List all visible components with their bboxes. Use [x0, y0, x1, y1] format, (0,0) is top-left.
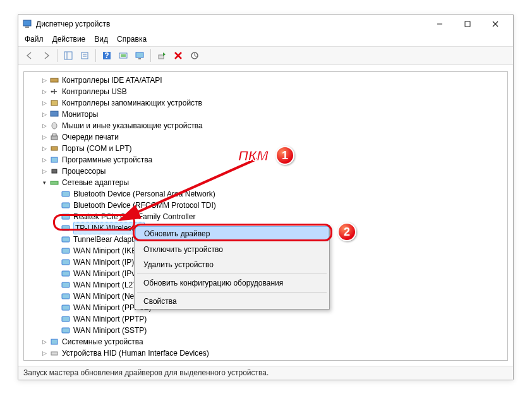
scan-button[interactable]	[116, 48, 131, 63]
maximize-button[interactable]	[454, 15, 481, 33]
ctx-properties[interactable]: Свойства	[135, 294, 329, 309]
svg-rect-21	[51, 78, 58, 82]
svg-rect-1	[25, 27, 29, 28]
category-label: Очереди печати	[62, 131, 119, 143]
category-storage[interactable]: ▷Контроллеры запоминающих устройств	[24, 97, 507, 109]
device-label: WAN Miniport (L2T	[73, 279, 138, 291]
device-label: WAN Miniport (SSTP)	[73, 325, 147, 336]
device-item[interactable]: WAN Miniport (PPTP)	[24, 313, 507, 325]
category-mice[interactable]: ▷Мыши и иные указывающие устройства	[24, 120, 507, 131]
svg-point-25	[52, 123, 57, 129]
category-label: Мыши и иные указывающие устройства	[62, 120, 203, 131]
category-label: Устройства HID (Human Interface Devices)	[62, 347, 209, 359]
category-label: Сетевые адаптеры	[62, 177, 129, 188]
category-monitors[interactable]: ▷Мониторы	[24, 109, 507, 120]
category-label: Мониторы	[62, 109, 98, 120]
svg-rect-42	[62, 305, 70, 310]
device-item[interactable]: Bluetooth Device (RFCOMM Protocol TDI)	[24, 200, 507, 211]
device-label: WAN Miniport (PPTP)	[73, 313, 147, 325]
svg-point-22	[51, 91, 53, 93]
context-menu: Обновить драйвер Отключить устройство Уд…	[134, 225, 330, 310]
svg-rect-26	[51, 136, 57, 140]
device-label: WAN Miniport (IPv	[73, 268, 135, 279]
svg-rect-37	[62, 248, 70, 253]
svg-rect-3	[465, 21, 470, 27]
svg-text:?: ?	[104, 51, 109, 60]
ctx-uninstall[interactable]: Удалить устройство	[135, 257, 329, 272]
minimize-button[interactable]	[426, 15, 454, 33]
app-icon	[22, 19, 32, 29]
help-button[interactable]: ?	[99, 48, 114, 63]
svg-rect-41	[62, 294, 70, 299]
annotation-pkm-label: ПКМ	[238, 148, 269, 164]
category-usb[interactable]: ▷Контроллеры USB	[24, 86, 507, 97]
category-ide[interactable]: ▷Контроллеры IDE ATA/ATAPI	[24, 75, 507, 86]
svg-rect-24	[51, 111, 58, 116]
ctx-scan[interactable]: Обновить конфигурацию оборудования	[135, 275, 329, 291]
separator	[137, 292, 327, 292]
status-text: Запуск мастера обновления драйверов для …	[23, 368, 269, 377]
svg-rect-16	[138, 58, 141, 59]
category-label: Системные устройства	[62, 336, 143, 347]
category-label: Контроллеры IDE ATA/ATAPI	[62, 75, 162, 86]
device-label: Bluetooth Device (RFCOMM Protocol TDI)	[73, 200, 216, 211]
category-hid[interactable]: ▷Устройства HID (Human Interface Devices…	[24, 347, 507, 359]
ctx-disable[interactable]: Отключить устройство	[135, 242, 329, 257]
category-cpu[interactable]: ▷Процессоры	[24, 166, 507, 177]
properties-button[interactable]	[77, 48, 92, 63]
svg-rect-46	[51, 352, 57, 355]
category-label: Процессоры	[62, 166, 106, 177]
device-label: WAN Miniport (Net	[73, 291, 136, 302]
device-label: WAN Miniport (IP)	[73, 256, 134, 268]
device-item[interactable]: WAN Miniport (SSTP)	[24, 325, 507, 336]
back-button[interactable]	[22, 48, 37, 63]
category-printq[interactable]: ▷Очереди печати	[24, 131, 507, 143]
monitor-button[interactable]	[132, 48, 147, 63]
close-button[interactable]	[481, 15, 509, 33]
menu-view[interactable]: Вид	[94, 35, 108, 44]
statusbar: Запуск мастера обновления драйверов для …	[18, 366, 513, 380]
show-hide-tree-button[interactable]	[61, 48, 76, 63]
svg-rect-43	[62, 317, 70, 322]
svg-rect-30	[52, 169, 57, 173]
svg-rect-28	[51, 147, 57, 150]
device-label: TunnelBear Adapter	[73, 234, 140, 245]
svg-rect-33	[62, 203, 70, 208]
svg-rect-23	[51, 100, 57, 106]
svg-rect-39	[62, 271, 70, 276]
device-label: Realtek PCIe GBE Family Controller	[73, 211, 195, 222]
window-title: Диспетчер устройств	[36, 20, 426, 28]
device-item[interactable]: Realtek PCIe GBE Family Controller	[24, 211, 507, 222]
svg-rect-44	[62, 328, 70, 333]
svg-rect-15	[136, 52, 143, 57]
category-label: Программные устройства	[62, 154, 152, 166]
svg-rect-8	[82, 52, 88, 59]
menu-help[interactable]: Справка	[117, 35, 147, 44]
menubar: Файл Действие Вид Справка	[18, 33, 513, 46]
svg-rect-29	[51, 157, 57, 162]
titlebar: Диспетчер устройств	[18, 15, 513, 33]
disable-button[interactable]	[187, 48, 202, 63]
device-label: Bluetooth Device (Personal Area Network)	[73, 188, 215, 200]
uninstall-button[interactable]	[171, 48, 186, 63]
svg-rect-32	[62, 191, 70, 196]
device-item[interactable]: Bluetooth Device (Personal Area Network)	[24, 188, 507, 200]
category-label: Контроллеры запоминающих устройств	[62, 97, 202, 109]
device-tree[interactable]: ▷Контроллеры IDE ATA/ATAPI ▷Контроллеры …	[23, 71, 508, 361]
annotation-badge-2: 2	[337, 222, 356, 241]
update-driver-button[interactable]	[154, 48, 169, 63]
forward-button[interactable]	[39, 48, 54, 63]
menu-file[interactable]: Файл	[25, 35, 44, 44]
category-label: Порты (COM и LPT)	[62, 143, 132, 154]
ctx-update-driver[interactable]: Обновить драйвер	[135, 226, 329, 241]
svg-rect-40	[62, 282, 70, 287]
svg-rect-17	[159, 55, 164, 59]
device-label: WAN Miniport (IKE	[73, 245, 136, 256]
svg-rect-45	[51, 339, 57, 344]
svg-rect-14	[121, 54, 126, 57]
category-network[interactable]: ▾Сетевые адаптеры	[24, 177, 507, 188]
category-system[interactable]: ▷Системные устройства	[24, 336, 507, 347]
svg-rect-0	[23, 20, 31, 26]
menu-action[interactable]: Действие	[52, 35, 86, 44]
svg-rect-38	[62, 260, 70, 265]
